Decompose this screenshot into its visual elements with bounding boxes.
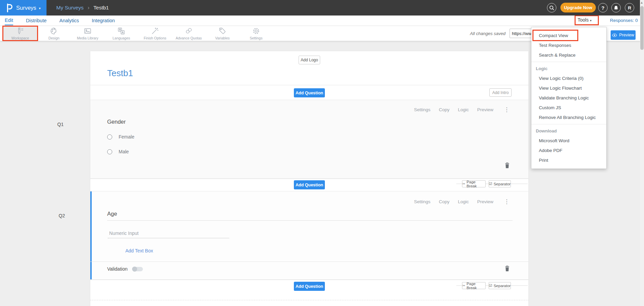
save-status: All changes saved [464,31,505,36]
more-options-icon[interactable]: ⋮ [504,198,510,205]
question-actions-q2: Settings Copy Logic Preview ⋮ [414,198,510,205]
gear-icon [252,27,260,35]
add-question-button[interactable]: Add Question [294,180,325,189]
preview-button[interactable]: Preview [611,30,636,40]
menu-item-custom-js[interactable]: Custom JS [531,103,606,113]
menu-item-test-responses[interactable]: Test Responses [531,40,606,50]
toolbar-item-label: Finish Options [144,36,166,40]
checkbox-icon: ☑ [489,283,492,288]
add-intro-button[interactable]: Add Intro [489,88,512,97]
tab-integration[interactable]: Integration [92,16,115,25]
preview-label: Preview [619,33,634,37]
separator-button[interactable]: ☑ Separator [489,282,511,289]
toolbar-item-media-library[interactable]: Media Library [71,26,104,41]
question-preview-button[interactable]: Preview [477,199,493,204]
separator-button[interactable]: ☑ Separator [489,180,511,187]
chevron-down-icon: ▾ [39,6,41,10]
more-options-icon[interactable]: ⋮ [504,106,510,113]
upgrade-now-button[interactable]: Upgrade Now [560,3,596,12]
image-icon [83,27,92,35]
add-text-box-link[interactable]: Add Text Box [125,248,153,253]
toolbar-item-workspace[interactable]: Workspace [3,26,37,41]
scroll-up-arrow[interactable]: ▲ [641,1,643,4]
search-icon [549,5,554,10]
toolbar-item-variables[interactable]: Variables [206,26,239,41]
notifications-button[interactable] [611,3,621,12]
menu-item-search-replace[interactable]: Search & Replace [531,50,606,60]
question-title-q2[interactable]: Age [107,211,117,217]
delete-question-button-q1[interactable] [505,162,510,170]
breadcrumb-separator: › [88,5,89,11]
add-question-button[interactable]: Add Question [294,282,325,291]
product-label: Surveys [16,5,36,11]
menu-item-remove-all-branching-logic[interactable]: Remove All Branching Logic [531,113,606,122]
validation-label: Validation [107,266,127,272]
page-scrollbar[interactable]: ▲ [640,0,644,306]
question-logic-button[interactable]: Logic [458,199,469,204]
menu-item-adobe-pdf[interactable]: Adobe PDF [531,146,606,155]
radio-button-female[interactable] [107,134,112,140]
toolbar-item-label: Languages [113,36,130,40]
menu-section-logic: Logic [531,64,606,73]
question-block-q1[interactable]: Settings Copy Logic Preview ⋮ Gender Fem… [90,100,528,179]
survey-canvas: Add Logo Testb1 Add Question Add Intro S… [90,51,528,306]
separator-label: Separator [494,182,511,186]
add-logo-button[interactable]: Add Logo [299,56,320,64]
survey-url-input[interactable] [510,29,534,38]
tab-analytics[interactable]: Analytics [59,16,79,25]
toolbar-item-finish-options[interactable]: Finish Options [138,26,172,41]
eye-icon [612,33,617,37]
toolbar-item-label: Workspace [11,36,29,40]
scrollbar-thumb[interactable] [640,6,644,50]
validation-row: Validation [107,266,143,272]
menu-item-microsoft-word[interactable]: Microsoft Word [531,136,606,146]
question-block-q2[interactable]: Settings Copy Logic Preview ⋮ Age Numeri… [90,191,528,280]
answer-option-row: Male [107,149,129,154]
option-label[interactable]: Male [119,149,129,154]
question-settings-button[interactable]: Settings [414,199,430,204]
translate-icon [117,27,126,35]
question-preview-button[interactable]: Preview [477,107,493,112]
question-title-q1[interactable]: Gender [107,119,126,125]
help-button[interactable]: ? [598,3,608,12]
toolbar-item-label: Design [49,36,60,40]
tools-label: Tools [578,17,589,23]
menu-item-label: Compact View [539,33,568,38]
page-break-button[interactable]: ✂ Page Break [462,282,486,289]
menu-item-view-logic-criteria[interactable]: View Logic Criteria (0) [531,73,606,83]
tools-dropdown-menu: Compact View Test Responses Search & Rep… [531,27,607,169]
menu-divider [531,124,606,124]
delete-question-button-q2[interactable] [505,266,510,273]
question-logic-button[interactable]: Logic [458,107,469,112]
question-settings-button[interactable]: Settings [414,107,430,112]
survey-header-section: Add Logo Testb1 [90,51,528,85]
tab-distribute[interactable]: Distribute [26,16,47,25]
question-copy-button[interactable]: Copy [439,199,450,204]
option-label[interactable]: Female [119,134,134,140]
menu-item-validate-branching-logic[interactable]: Validate Branching Logic [531,93,606,103]
answer-option-row: Female [107,134,134,140]
menu-item-print[interactable]: Print [531,155,606,165]
toolbar-item-settings[interactable]: Settings [239,26,273,41]
page-break-label: Page Break [466,282,485,290]
radio-button-male[interactable] [107,149,112,154]
validation-toggle[interactable] [132,267,143,271]
breadcrumb-my-surveys[interactable]: My Surveys [56,5,84,11]
user-avatar[interactable]: R [625,3,634,12]
question-number-q2: Q2 [59,213,65,218]
product-switcher[interactable]: Surveys ▾ [0,0,47,16]
numeric-input-field[interactable]: Numeric Input [108,231,229,238]
toolbar-item-languages[interactable]: Languages [104,26,138,41]
toolbar-item-label: Advance Quotas [176,36,202,40]
toolbar-item-advance-quotas[interactable]: Advance Quotas [172,26,206,41]
add-question-button[interactable]: Add Question [294,88,325,97]
tools-dropdown-button[interactable]: Tools▾ [578,17,591,23]
page-break-button[interactable]: ✂ Page Break [462,180,486,187]
menu-item-view-logic-flowchart[interactable]: View Logic Flowchart [531,83,606,93]
question-copy-button[interactable]: Copy [439,107,450,112]
survey-title[interactable]: Testb1 [107,68,133,79]
toolbar-item-design[interactable]: Design [37,26,71,41]
search-button[interactable] [547,3,556,12]
menu-item-compact-view[interactable]: Compact View [531,31,606,40]
tab-edit[interactable]: Edit [5,16,13,25]
